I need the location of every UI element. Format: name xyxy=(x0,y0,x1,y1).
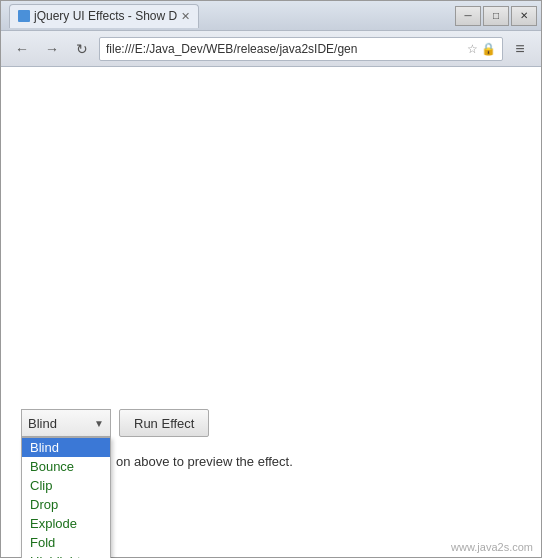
close-button[interactable]: ✕ xyxy=(511,6,537,26)
effect-dropdown[interactable]: Blind ▼ xyxy=(21,409,111,437)
star-icon[interactable]: ☆ xyxy=(467,42,478,56)
option-blind[interactable]: Blind xyxy=(22,438,110,457)
dropdown-selected-value: Blind xyxy=(28,416,57,431)
dropdown-arrow-icon: ▼ xyxy=(94,418,104,429)
watermark: www.java2s.com xyxy=(451,541,533,553)
tab-title: jQuery UI Effects - Show D xyxy=(34,9,177,23)
title-bar: jQuery UI Effects - Show D ✕ ─ □ ✕ xyxy=(1,1,541,31)
lock-icon: 🔒 xyxy=(481,42,496,56)
address-text: file:///E:/Java_Dev/WEB/release/java2sID… xyxy=(106,42,463,56)
forward-button[interactable]: → xyxy=(39,37,65,61)
effect-dropdown-container: Blind ▼ Blind Bounce Clip Drop Explode F… xyxy=(21,409,111,437)
option-explode[interactable]: Explode xyxy=(22,514,110,533)
instruction-text: on above to preview the effect. xyxy=(116,454,293,469)
option-bounce[interactable]: Bounce xyxy=(22,457,110,476)
nav-bar: ← → ↻ file:///E:/Java_Dev/WEB/release/ja… xyxy=(1,31,541,67)
tab-close-icon[interactable]: ✕ xyxy=(181,10,190,23)
option-highlight[interactable]: Highlight xyxy=(22,552,110,558)
option-fold[interactable]: Fold xyxy=(22,533,110,552)
window-controls: ─ □ ✕ xyxy=(455,6,541,26)
maximize-button[interactable]: □ xyxy=(483,6,509,26)
address-bar[interactable]: file:///E:/Java_Dev/WEB/release/java2sID… xyxy=(99,37,503,61)
page-content: Blind ▼ Blind Bounce Clip Drop Explode F… xyxy=(1,67,541,557)
effect-controls: Blind ▼ Blind Bounce Clip Drop Explode F… xyxy=(21,409,209,437)
browser-window: jQuery UI Effects - Show D ✕ ─ □ ✕ ← → ↻… xyxy=(0,0,542,558)
reload-button[interactable]: ↻ xyxy=(69,37,95,61)
run-effect-button[interactable]: Run Effect xyxy=(119,409,209,437)
dropdown-menu: Blind Bounce Clip Drop Explode Fold High… xyxy=(21,437,111,558)
address-icons: ☆ 🔒 xyxy=(467,42,496,56)
menu-button[interactable]: ≡ xyxy=(507,37,533,61)
title-bar-left: jQuery UI Effects - Show D ✕ xyxy=(9,4,199,28)
browser-tab[interactable]: jQuery UI Effects - Show D ✕ xyxy=(9,4,199,28)
minimize-button[interactable]: ─ xyxy=(455,6,481,26)
option-drop[interactable]: Drop xyxy=(22,495,110,514)
option-clip[interactable]: Clip xyxy=(22,476,110,495)
tab-favicon xyxy=(18,10,30,22)
back-button[interactable]: ← xyxy=(9,37,35,61)
